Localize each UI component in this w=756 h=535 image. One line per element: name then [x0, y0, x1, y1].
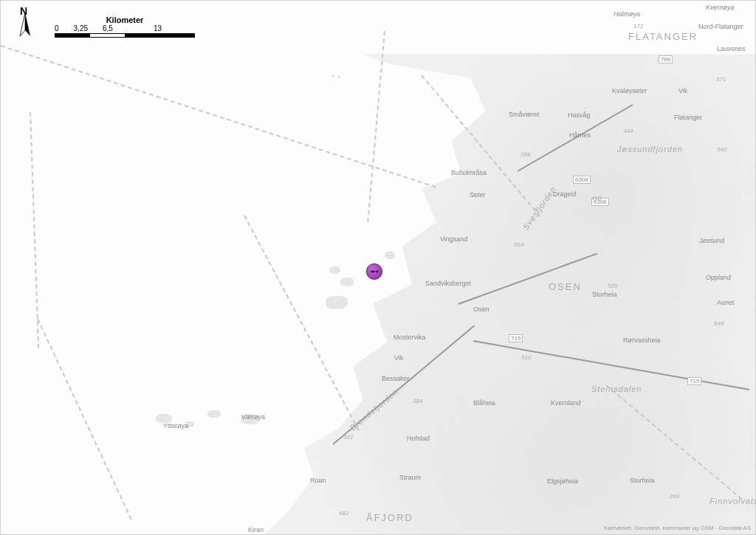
north-arrow: N [14, 7, 36, 44]
elevation-label: 172 [633, 23, 643, 30]
elevation-label: 269 [670, 493, 679, 500]
map-attribution: Kartverket, Geovekst, kommuner og OSM - … [604, 525, 751, 531]
scale-title: Kilometer [55, 15, 195, 24]
island [207, 410, 221, 418]
road-shield: 715 [509, 334, 523, 342]
elevation-label: 371 [716, 76, 726, 83]
elevation-label: 418 [591, 195, 601, 201]
elevation-label: 540 [717, 146, 726, 153]
map-canvas[interactable]: 766 6304 6306 715 715 FLATANGER OSEN ÅFJ… [0, 0, 756, 535]
island [156, 414, 172, 423]
svg-point-0 [371, 271, 372, 272]
island [331, 75, 334, 77]
fish-icon [369, 269, 379, 275]
road-shield: 715 [687, 377, 701, 385]
island [385, 252, 395, 259]
island [329, 266, 340, 274]
scale-tick: 6,5 [103, 24, 113, 32]
road-shield: 6304 [573, 176, 591, 184]
elevation-label: 364 [514, 241, 523, 248]
elevation-label: 510 [521, 354, 531, 361]
island [340, 277, 354, 286]
scale-tick: 3,25 [74, 24, 88, 32]
elevation-label: 549 [714, 320, 724, 327]
island [326, 296, 348, 309]
elevation-label: 520 [608, 283, 617, 289]
scale-bar: Kilometer 0 3,25 6,5 13 [55, 15, 195, 38]
scale-tick: 13 [154, 24, 162, 32]
elevation-label: 482 [339, 510, 348, 517]
island [185, 421, 194, 427]
elevation-label: 344 [623, 128, 633, 134]
scale-bar-graphic [55, 33, 195, 38]
elevation-label: 384 [413, 398, 422, 404]
aquaculture-marker[interactable] [366, 263, 382, 280]
island [241, 414, 259, 424]
island [337, 76, 340, 78]
elevation-label: 312 [343, 434, 353, 441]
north-label: N [20, 5, 27, 17]
scale-tick: 0 [55, 24, 59, 32]
road-shield: 766 [659, 55, 673, 63]
elevation-label: 268 [520, 151, 530, 158]
map-legend: N Kilometer 0 3,25 6,5 13 [14, 7, 199, 44]
